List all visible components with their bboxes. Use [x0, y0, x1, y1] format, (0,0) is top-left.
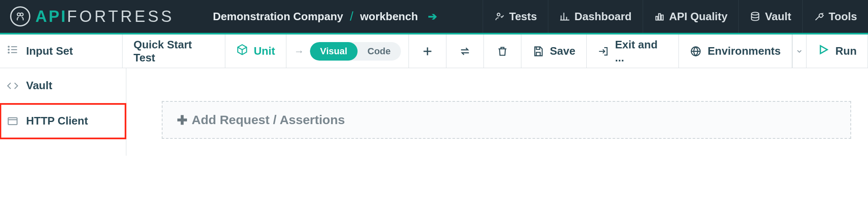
- database-icon: [750, 11, 761, 22]
- bar-chart-icon: [654, 11, 665, 22]
- nav-vault-label: Vault: [765, 10, 791, 23]
- environments-label: Environments: [708, 45, 780, 58]
- svg-rect-5: [661, 15, 663, 20]
- logo-text: APIFORTRESS: [35, 8, 174, 26]
- view-toggle: → Visual Code: [286, 35, 409, 68]
- sidebar: Vault HTTP Client: [0, 68, 126, 156]
- plus-icon: ✚: [177, 113, 187, 127]
- window-icon: [7, 115, 19, 127]
- wrench-icon: [814, 11, 825, 22]
- svg-rect-4: [659, 14, 660, 20]
- list-icon: [7, 44, 19, 58]
- svg-point-1: [20, 13, 23, 16]
- view-visual-button[interactable]: Visual: [310, 42, 357, 61]
- top-nav: Tests Dashboard API Quality Vault Tools: [483, 0, 868, 33]
- svg-rect-16: [8, 117, 17, 124]
- nav-tests[interactable]: Tests: [483, 0, 548, 33]
- cube-icon: [236, 44, 248, 58]
- arrow-right-icon: →: [294, 45, 304, 57]
- nav-dashboard[interactable]: Dashboard: [548, 0, 643, 33]
- toolbar: Input Set Quick Start Test Unit → Visual…: [0, 35, 868, 68]
- sidebar-http-client-label: HTTP Client: [26, 114, 88, 127]
- test-name-label: Quick Start Test: [134, 38, 214, 64]
- test-name[interactable]: Quick Start Test: [123, 35, 225, 68]
- run-label: Run: [835, 45, 857, 58]
- trash-icon: [497, 45, 508, 57]
- add-request-button[interactable]: ✚ Add Request / Assertions: [162, 101, 851, 139]
- nav-tools[interactable]: Tools: [802, 0, 868, 33]
- main-area: ✚ Add Request / Assertions: [126, 68, 868, 156]
- top-bar: APIFORTRESS Demonstration Company / work…: [0, 0, 868, 35]
- play-icon: [817, 44, 829, 58]
- exit-icon: [598, 45, 609, 57]
- svg-point-6: [752, 12, 759, 15]
- breadcrumb-company[interactable]: Demonstration Company: [213, 10, 343, 23]
- run-button[interactable]: Run: [807, 35, 868, 68]
- logo[interactable]: APIFORTRESS: [0, 0, 184, 33]
- sidebar-item-http-client[interactable]: HTTP Client: [0, 104, 126, 139]
- chart-icon: [559, 11, 570, 22]
- swap-icon: [459, 45, 471, 57]
- svg-point-8: [8, 49, 9, 50]
- globe-icon: [690, 45, 702, 57]
- exit-label: Exit and ...: [615, 38, 668, 64]
- person-check-icon: [494, 11, 505, 22]
- body: Vault HTTP Client ✚ Add Request / Assert…: [0, 68, 868, 156]
- environments-button[interactable]: Environments: [679, 35, 792, 68]
- svg-rect-3: [656, 16, 657, 20]
- chevron-down-icon: [796, 48, 803, 55]
- view-mode-toggle: Visual Code: [310, 42, 401, 61]
- breadcrumb-project[interactable]: workbench: [360, 10, 418, 23]
- code-icon: [7, 80, 19, 92]
- breadcrumb-arrow-icon[interactable]: ➔: [428, 10, 437, 23]
- swap-button[interactable]: [446, 35, 484, 68]
- exit-button[interactable]: Exit and ...: [587, 35, 679, 68]
- nav-api-quality[interactable]: API Quality: [643, 0, 739, 33]
- breadcrumb: Demonstration Company / workbench ➔: [201, 9, 449, 24]
- unit-button[interactable]: Unit: [225, 35, 287, 68]
- save-label: Save: [550, 45, 576, 58]
- nav-api-quality-label: API Quality: [669, 10, 728, 23]
- logo-mark-icon: [10, 6, 30, 27]
- plus-icon: [422, 45, 433, 57]
- nav-vault[interactable]: Vault: [738, 0, 802, 33]
- input-set-button[interactable]: Input Set: [0, 35, 123, 68]
- add-request-label: Add Request / Assertions: [192, 113, 345, 127]
- nav-tools-label: Tools: [829, 10, 857, 23]
- delete-button[interactable]: [484, 35, 521, 68]
- add-button[interactable]: [409, 35, 446, 68]
- nav-dashboard-label: Dashboard: [574, 10, 632, 23]
- breadcrumb-separator: /: [350, 9, 353, 24]
- environments-dropdown-caret[interactable]: [792, 35, 807, 68]
- sidebar-vault-label: Vault: [26, 79, 52, 92]
- view-code-button[interactable]: Code: [358, 42, 401, 61]
- unit-label: Unit: [254, 45, 275, 58]
- view-visual-label: Visual: [320, 46, 347, 57]
- sidebar-item-vault[interactable]: Vault: [0, 68, 126, 104]
- nav-tests-label: Tests: [509, 10, 537, 23]
- view-code-label: Code: [368, 46, 391, 57]
- input-set-label: Input Set: [26, 45, 73, 58]
- svg-point-2: [497, 13, 500, 16]
- save-icon: [532, 45, 544, 57]
- svg-point-7: [8, 46, 9, 47]
- save-button[interactable]: Save: [521, 35, 587, 68]
- svg-point-9: [8, 52, 9, 53]
